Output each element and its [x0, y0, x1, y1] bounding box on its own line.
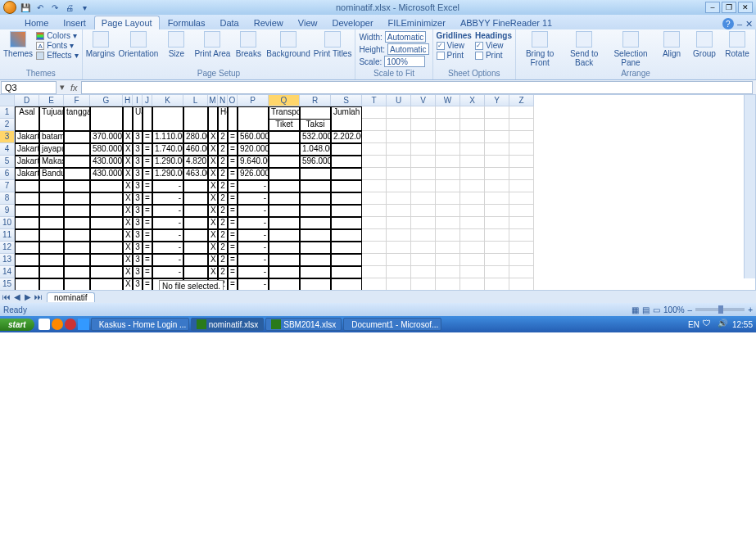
cell[interactable]: - [152, 254, 183, 266]
cell[interactable]: = [228, 192, 238, 205]
cell[interactable]: 460.000 [183, 143, 208, 156]
cell[interactable] [460, 254, 485, 266]
cell[interactable]: = [228, 205, 238, 217]
cell[interactable] [123, 106, 133, 119]
cell[interactable]: 3 [133, 266, 143, 278]
cell[interactable] [64, 119, 90, 131]
cell[interactable] [331, 242, 362, 254]
tray-icon[interactable]: 🛡 [703, 319, 714, 330]
cell[interactable] [15, 242, 39, 254]
cell[interactable]: = [143, 205, 152, 217]
cell[interactable] [460, 192, 485, 205]
cell[interactable] [411, 106, 436, 119]
column-header[interactable]: X [460, 95, 485, 106]
cell[interactable] [509, 205, 534, 217]
tab-home[interactable]: Home [18, 16, 55, 29]
cell[interactable] [362, 205, 387, 217]
column-header[interactable]: H [123, 95, 133, 106]
headings-view-check[interactable]: ✓View [475, 41, 512, 50]
cell[interactable]: = [143, 278, 152, 290]
cell[interactable] [183, 205, 208, 217]
cell[interactable] [183, 119, 208, 131]
cell[interactable]: X [208, 229, 218, 242]
cell[interactable] [362, 168, 387, 180]
cell[interactable] [509, 168, 534, 180]
height-select[interactable]: Automatic [387, 43, 428, 55]
cell[interactable]: 2 [218, 242, 228, 254]
gridlines-print-check[interactable]: Print [437, 51, 472, 60]
cell[interactable]: 3 [133, 156, 143, 168]
cell[interactable] [15, 217, 39, 229]
cell[interactable] [509, 106, 534, 119]
align-button[interactable]: Align [657, 31, 686, 58]
sheet-nav-last-icon[interactable]: ⏭ [34, 292, 43, 301]
cell[interactable]: Jumlah [331, 106, 362, 119]
cell[interactable] [436, 131, 460, 143]
cell[interactable]: X [123, 156, 133, 168]
cell[interactable] [387, 119, 411, 131]
cell[interactable]: 4.820.000 [183, 156, 208, 168]
cell[interactable] [387, 131, 411, 143]
cell[interactable] [331, 119, 362, 131]
cell[interactable]: 3 [133, 192, 143, 205]
cell[interactable] [269, 217, 300, 229]
column-header[interactable]: E [39, 95, 64, 106]
cell[interactable] [485, 192, 509, 205]
cell[interactable] [509, 242, 534, 254]
cell[interactable]: 3 [133, 217, 143, 229]
cell[interactable]: 3 [133, 254, 143, 266]
cell[interactable] [362, 143, 387, 156]
taskbar-item[interactable]: Kaskus - Home Login ... [91, 318, 189, 331]
row-header[interactable]: 15 [0, 278, 15, 290]
cell[interactable]: 580.000 [90, 143, 123, 156]
row-header[interactable]: 6 [0, 168, 15, 180]
cell[interactable] [183, 217, 208, 229]
cell[interactable] [387, 217, 411, 229]
cell[interactable]: 1.740.000 [152, 143, 183, 156]
cell[interactable] [64, 192, 90, 205]
cell[interactable]: = [228, 217, 238, 229]
cell[interactable]: X [208, 156, 218, 168]
cell[interactable] [485, 266, 509, 278]
quicklaunch-icon[interactable] [65, 319, 76, 330]
cell[interactable] [411, 192, 436, 205]
cell[interactable]: 430.000 [90, 156, 123, 168]
cell[interactable] [331, 168, 362, 180]
cell[interactable] [269, 278, 300, 290]
cell[interactable]: - [238, 266, 269, 278]
sheet-nav-first-icon[interactable]: ⏮ [2, 292, 11, 301]
cell[interactable] [331, 278, 362, 290]
cell[interactable] [228, 119, 238, 131]
column-header[interactable]: U [387, 95, 411, 106]
view-normal-icon[interactable]: ▦ [632, 305, 639, 314]
cell[interactable] [208, 119, 218, 131]
cell[interactable] [15, 192, 39, 205]
cell[interactable] [183, 180, 208, 192]
cell[interactable]: 560.000 [238, 131, 269, 143]
row-header[interactable]: 2 [0, 119, 15, 131]
cell[interactable]: Tiket [269, 119, 300, 131]
tab-review[interactable]: Review [247, 16, 290, 29]
cell[interactable] [238, 106, 269, 119]
cell[interactable] [509, 278, 534, 290]
cell[interactable] [64, 168, 90, 180]
cell[interactable] [90, 192, 123, 205]
cell[interactable] [387, 254, 411, 266]
cell[interactable]: X [123, 131, 133, 143]
worksheet-grid[interactable]: DEFGHIJKLMNOPQRSTUVWXYZ1AsalTujuantangga… [0, 95, 756, 290]
column-header[interactable]: Q [269, 95, 300, 106]
cell[interactable] [485, 143, 509, 156]
cell[interactable] [485, 229, 509, 242]
cell[interactable] [362, 106, 387, 119]
cell[interactable] [269, 192, 300, 205]
cell[interactable] [15, 278, 39, 290]
selection-pane-button[interactable]: Selection Pane [608, 31, 654, 67]
cell[interactable]: - [152, 229, 183, 242]
tab-abbyy[interactable]: ABBYY FineReader 11 [454, 16, 559, 29]
fx-icon[interactable]: fx [67, 83, 81, 93]
start-button[interactable]: start [0, 319, 34, 331]
cell[interactable] [509, 131, 534, 143]
column-header[interactable]: V [411, 95, 436, 106]
cell[interactable] [436, 205, 460, 217]
column-header[interactable]: Y [485, 95, 509, 106]
